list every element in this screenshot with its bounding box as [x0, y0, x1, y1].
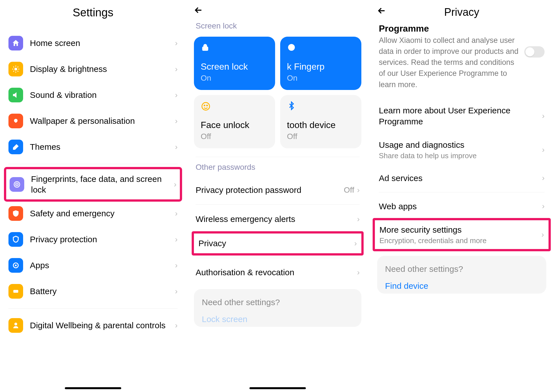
link-find-device[interactable]: Find device: [385, 281, 538, 291]
row-sound-vibration[interactable]: Sound & vibration ›: [5, 82, 181, 108]
chevron-right-icon: ›: [174, 180, 176, 189]
home-indicator: [65, 387, 121, 389]
svg-line-5: [13, 67, 14, 67]
row-label: Safety and emergency: [30, 208, 175, 219]
sound-icon: [8, 88, 23, 102]
row-privacy-protection[interactable]: Privacy protection ›: [5, 226, 181, 252]
row-label: Web apps: [379, 201, 542, 212]
row-label: Wallpaper & personalisation: [30, 116, 175, 126]
safety-icon: [8, 206, 23, 221]
row-label: Authorisation & revocation: [196, 268, 357, 277]
tile-status: On: [201, 74, 268, 83]
row-fingerprints-face-lock[interactable]: Fingerprints, face data, and screen lock…: [6, 169, 180, 199]
page-title: Privacy: [444, 6, 479, 18]
svg-point-18: [290, 46, 293, 49]
chevron-right-icon: ›: [542, 111, 545, 120]
chevron-right-icon: ›: [175, 261, 178, 270]
programme-row: Allow Xiaomi to collect and analyse user…: [374, 35, 549, 99]
chevron-right-icon: ›: [541, 230, 544, 239]
tile-title: Face unlock: [201, 120, 268, 130]
row-wallpaper[interactable]: Wallpaper & personalisation ›: [5, 108, 181, 134]
row-label: Usage and diagnostics: [379, 139, 542, 150]
bluetooth-icon: [287, 101, 355, 115]
chevron-right-icon: ›: [542, 173, 545, 182]
divider: [8, 164, 178, 164]
highlight-fingerprints: Fingerprints, face data, and screen lock…: [4, 167, 182, 202]
tile-row-2: Face unlock Off tooth device Off: [191, 95, 364, 148]
tile-fingerprint[interactable]: k Fingerp On: [280, 37, 361, 90]
back-button[interactable]: [191, 0, 364, 18]
tile-screen-lock[interactable]: Screen lock On: [194, 37, 275, 90]
settings-panel: Settings Home screen › Display & brightn…: [0, 0, 186, 392]
svg-point-20: [204, 105, 205, 106]
chevron-right-icon: ›: [175, 321, 178, 330]
row-apps[interactable]: Apps ›: [5, 252, 181, 278]
highlight-more-security: More security settings Encryption, crede…: [373, 218, 551, 251]
svg-line-7: [13, 71, 14, 72]
row-label: Privacy protection password: [196, 185, 344, 195]
svg-point-21: [207, 105, 207, 106]
row-sublabel: Encryption, credentials and more: [379, 236, 541, 245]
svg-rect-14: [13, 290, 18, 293]
chevron-right-icon: ›: [357, 268, 360, 277]
privacy-icon: [8, 232, 23, 247]
row-themes[interactable]: Themes ›: [5, 134, 181, 160]
chevron-right-icon: ›: [175, 209, 178, 218]
row-privacy[interactable]: Privacy ›: [194, 234, 361, 253]
chevron-right-icon: ›: [175, 39, 178, 48]
svg-rect-16: [203, 47, 208, 50]
chevron-right-icon: ›: [175, 235, 178, 244]
row-privacy-protection-password[interactable]: Privacy protection password Off ›: [191, 178, 364, 202]
tile-bluetooth-device[interactable]: tooth device Off: [280, 95, 361, 148]
row-label: Display & brightness: [30, 64, 175, 74]
fingerprint-icon: [10, 177, 24, 192]
row-wireless-emergency-alerts[interactable]: Wireless emergency alerts ›: [191, 207, 364, 231]
tile-status: Off: [287, 132, 355, 141]
programme-title: Programme: [374, 18, 549, 35]
programme-toggle[interactable]: [524, 46, 545, 58]
row-digital-wellbeing[interactable]: Digital Wellbeing & parental controls ›: [5, 312, 181, 338]
row-sublabel: Share data to help us improve: [379, 151, 542, 160]
row-learn-more-uxp[interactable]: Learn more about User Experience Program…: [374, 99, 549, 133]
svg-point-15: [14, 323, 17, 325]
apps-icon: [8, 258, 23, 273]
back-button[interactable]: [377, 6, 387, 18]
home-indicator: [249, 387, 306, 389]
row-usage-diagnostics[interactable]: Usage and diagnostics Share data to help…: [374, 133, 549, 166]
chevron-right-icon: ›: [357, 215, 360, 224]
row-more-security-settings[interactable]: More security settings Encryption, crede…: [375, 220, 549, 249]
tile-title: k Fingerp: [287, 61, 355, 72]
chevron-right-icon: ›: [175, 142, 178, 151]
divider: [379, 192, 545, 192]
chevron-right-icon: ›: [175, 65, 178, 74]
row-safety-emergency[interactable]: Safety and emergency ›: [5, 201, 181, 226]
tile-title: Screen lock: [201, 61, 268, 72]
chevron-right-icon: ›: [542, 145, 545, 154]
tile-status: Off: [201, 132, 268, 141]
row-label: Home screen: [30, 38, 175, 49]
page-title: Settings: [5, 0, 181, 30]
tile-row-1: Screen lock On k Fingerp On: [191, 37, 364, 90]
need-other-settings-box: Need other settings? Lock screen: [194, 289, 361, 327]
lock-icon: [201, 43, 268, 56]
row-web-apps[interactable]: Web apps ›: [374, 195, 549, 218]
programme-description: Allow Xiaomi to collect and analyse user…: [379, 35, 519, 90]
need-title: Need other settings?: [202, 298, 353, 307]
row-battery[interactable]: Battery ›: [5, 278, 181, 304]
row-home-screen[interactable]: Home screen ›: [5, 30, 181, 56]
tile-face-unlock[interactable]: Face unlock Off: [194, 95, 275, 148]
row-label: Battery: [30, 286, 175, 297]
row-label: More security settings: [379, 224, 541, 235]
row-ad-services[interactable]: Ad services ›: [374, 166, 549, 190]
svg-line-8: [17, 67, 18, 67]
row-label: Themes: [30, 142, 175, 152]
highlight-privacy: Privacy ›: [192, 231, 364, 256]
chevron-right-icon: ›: [175, 91, 178, 100]
row-value: Off: [344, 186, 354, 195]
row-display-brightness[interactable]: Display & brightness ›: [5, 56, 181, 82]
link-lock-screen[interactable]: Lock screen: [202, 314, 353, 324]
privacy-panel: Privacy Programme Allow Xiaomi to collec…: [369, 0, 554, 392]
row-authorisation-revocation[interactable]: Authorisation & revocation ›: [191, 260, 364, 285]
row-label: Ad services: [379, 173, 542, 184]
divider: [196, 157, 360, 157]
